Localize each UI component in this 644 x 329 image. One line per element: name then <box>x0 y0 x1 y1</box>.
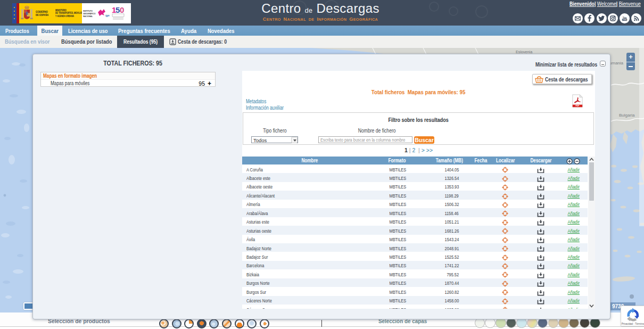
svg-text:Tube: Tube <box>622 19 626 21</box>
svg-text:0: 0 <box>120 5 124 14</box>
svg-text:Bulgaria: Bulgaria <box>619 113 635 118</box>
svg-text:ign: ign <box>105 14 110 17</box>
svg-text:PDF: PDF <box>576 105 580 107</box>
svg-text:You: You <box>623 16 627 19</box>
